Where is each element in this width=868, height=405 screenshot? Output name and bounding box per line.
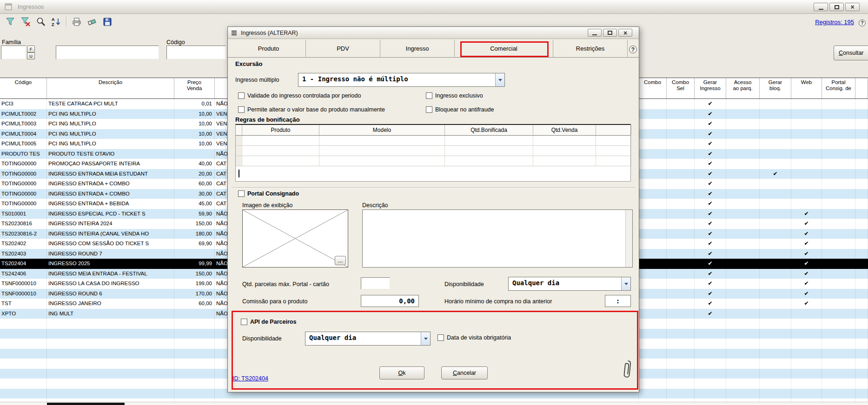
filter-icon[interactable] xyxy=(5,16,16,27)
cell-combo-sel xyxy=(667,349,695,359)
checkbox-ingresso-exclusivo[interactable] xyxy=(426,92,432,99)
tab-produto[interactable]: Produto xyxy=(232,40,306,57)
image-browse-button[interactable]: ... xyxy=(335,256,346,265)
tab-ingresso[interactable]: Ingresso xyxy=(380,40,455,57)
cell-combo xyxy=(639,379,667,389)
cell-combo-sel xyxy=(667,249,695,259)
print-icon[interactable] xyxy=(71,16,82,27)
checkbox-portal-consignado[interactable] xyxy=(238,190,245,197)
consultar-button[interactable]: Consultar xyxy=(834,46,868,60)
dialog-close-button[interactable]: × xyxy=(618,29,632,37)
ingresso-multiplo-select[interactable]: 1 - Ingresso não é múltiplo xyxy=(298,73,505,87)
column-header-gerar-ingresso[interactable]: GerarIngresso xyxy=(695,78,726,98)
column-header-acesso-parque[interactable]: Acessoao parq. xyxy=(726,78,760,98)
cancelar-button[interactable]: Cancelar xyxy=(441,366,488,379)
sort-az-icon[interactable]: AZ xyxy=(51,16,62,27)
cell-combo-sel xyxy=(667,159,695,169)
cell-web xyxy=(791,359,822,369)
horario-minimo-input[interactable]: : xyxy=(605,295,631,307)
horizontal-scrollbar[interactable] xyxy=(0,402,868,405)
cell-gerar-ingresso: ✔ xyxy=(695,299,726,309)
column-header-descricao[interactable]: Descrição xyxy=(47,78,174,98)
ok-button[interactable]: Ok xyxy=(379,366,424,379)
chevron-down-icon[interactable] xyxy=(495,73,504,86)
dialog-help-icon[interactable]: ? xyxy=(629,46,637,53)
save-icon[interactable] xyxy=(102,16,113,27)
cell-portal-consig xyxy=(822,299,855,309)
tab-restricoes[interactable]: Restrições xyxy=(553,40,628,57)
id-link[interactable]: ID: TS202404 xyxy=(232,375,268,382)
cell-codigo: TS202402 xyxy=(0,239,47,249)
cell-descricao: INGRESSO COM SESSÃO DO TICKET S xyxy=(47,239,174,249)
cell-codigo: TS20230816-2 xyxy=(0,229,47,239)
checkbox-permite-alterar[interactable] xyxy=(238,106,245,113)
column-header-portal-consig[interactable]: PortalConsig. de xyxy=(822,78,855,98)
comissao-input[interactable]: 0,00 xyxy=(361,295,419,307)
cell-combo xyxy=(639,239,667,249)
clean-icon[interactable] xyxy=(86,16,98,27)
dialog-minimize-button[interactable] xyxy=(588,29,602,37)
cell-gerar-bloq xyxy=(760,289,791,299)
tab-comercial[interactable]: Comercial xyxy=(455,40,553,57)
bonif-row[interactable] xyxy=(236,156,630,166)
disponibilidade-select[interactable]: Qualquer dia xyxy=(508,277,631,291)
cell-extra xyxy=(855,159,868,169)
cell-web xyxy=(791,199,822,209)
checkbox-validade-periodo[interactable] xyxy=(238,92,245,99)
cell-combo xyxy=(639,289,667,299)
help-icon[interactable]: ? xyxy=(859,20,866,26)
qtd-parcelas-label: Qtd. parcelas máx. Portal - cartão xyxy=(242,281,329,287)
column-header-preco[interactable]: PreçoVenda xyxy=(174,78,215,98)
dialog-maximize-button[interactable] xyxy=(603,29,617,37)
chevron-down-icon[interactable] xyxy=(421,332,430,345)
window-close-button[interactable]: × xyxy=(845,3,860,11)
column-header-web[interactable]: Web xyxy=(791,78,822,98)
chevron-down-icon[interactable] xyxy=(621,277,630,290)
cell-codigo: TS20230816 xyxy=(0,219,47,229)
checkbox-data-visita[interactable] xyxy=(437,334,444,341)
cell-codigo: TOTING00000 xyxy=(0,179,47,189)
cell-combo xyxy=(639,109,667,119)
familia-input[interactable] xyxy=(1,46,26,59)
cell-combo xyxy=(639,299,667,309)
cell-preco: 60,00 xyxy=(174,299,215,309)
bonif-cell xyxy=(596,146,631,156)
descricao-textarea[interactable] xyxy=(362,209,633,268)
cell-gerar-bloq xyxy=(760,259,791,269)
cell-codigo: XPTO xyxy=(0,309,47,319)
dialog-titlebar: Ingressos (ALTERAR) xyxy=(228,27,639,39)
window-restore-button[interactable] xyxy=(829,3,844,11)
checkbox-bloquear-antifraude[interactable] xyxy=(426,106,432,113)
cell-gerar-ingresso: ✔ xyxy=(695,129,726,139)
cell-gerar-bloq xyxy=(760,129,791,139)
cell-combo-sel xyxy=(667,239,695,249)
cell-web xyxy=(791,149,822,159)
column-header-combo-sel[interactable]: ComboSel xyxy=(667,78,695,98)
column-header-extra[interactable] xyxy=(855,78,868,98)
familia-value-input[interactable] xyxy=(56,46,159,59)
registros-link[interactable]: Registros: 195 xyxy=(815,19,854,26)
api-disponibilidade-select[interactable]: Qualquer dia xyxy=(305,332,431,346)
bonificacao-table[interactable]: ProdutoModeloQtd.BonificadaQtd.Venda xyxy=(235,124,631,182)
textarea-scrollbar[interactable] xyxy=(625,210,632,267)
column-header-combo[interactable]: Combo xyxy=(639,78,667,98)
cell-gerar-bloq xyxy=(760,139,791,149)
tab-pdv[interactable]: PDV xyxy=(306,40,380,57)
filter-clear-icon[interactable] xyxy=(20,16,31,27)
column-header-codigo[interactable]: Código xyxy=(0,78,47,98)
codigo-input[interactable] xyxy=(166,46,226,59)
checkbox-api-parceiros[interactable] xyxy=(241,319,247,325)
qtd-parcelas-input[interactable] xyxy=(361,277,390,289)
cell-gerar-bloq xyxy=(760,249,791,259)
cell-web xyxy=(791,179,822,189)
familia-f-button[interactable]: F xyxy=(27,46,35,52)
cell-gerar-bloq xyxy=(760,269,791,279)
cell-gerar-ingresso: ✔ xyxy=(695,169,726,179)
bonif-row[interactable] xyxy=(236,136,630,146)
window-minimize-button[interactable] xyxy=(814,3,828,11)
familia-u-button[interactable]: U xyxy=(27,52,35,59)
bonif-row[interactable] xyxy=(236,146,630,156)
search-icon[interactable] xyxy=(35,16,46,27)
scrollbar-thumb[interactable] xyxy=(47,403,125,405)
column-header-gerar-bloq[interactable]: Gerarbloq. xyxy=(760,78,791,98)
